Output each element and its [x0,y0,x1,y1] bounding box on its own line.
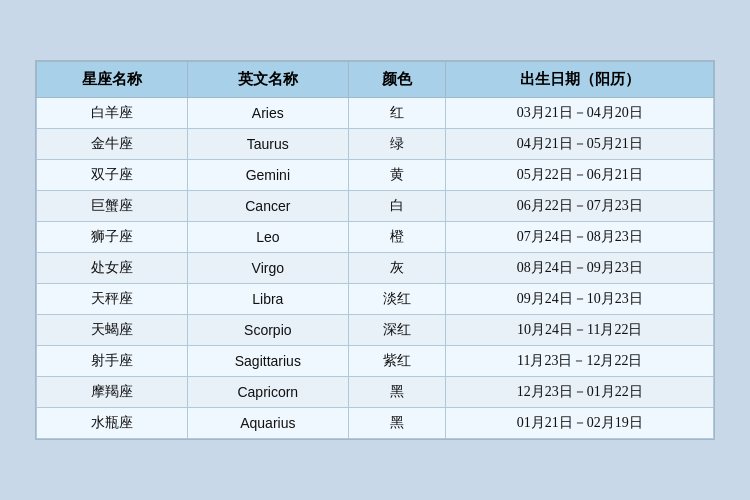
cell-english-name: Sagittarius [187,346,348,377]
cell-dates: 05月22日－06月21日 [446,160,714,191]
table-row: 金牛座Taurus绿04月21日－05月21日 [37,129,714,160]
table-row: 天秤座Libra淡红09月24日－10月23日 [37,284,714,315]
table-row: 双子座Gemini黄05月22日－06月21日 [37,160,714,191]
cell-color: 深红 [349,315,446,346]
cell-dates: 09月24日－10月23日 [446,284,714,315]
cell-english-name: Scorpio [187,315,348,346]
cell-dates: 12月23日－01月22日 [446,377,714,408]
cell-dates: 10月24日－11月22日 [446,315,714,346]
cell-chinese-name: 狮子座 [37,222,188,253]
cell-english-name: Aquarius [187,408,348,439]
header-chinese-name: 星座名称 [37,62,188,98]
cell-chinese-name: 巨蟹座 [37,191,188,222]
cell-color: 黑 [349,408,446,439]
cell-chinese-name: 处女座 [37,253,188,284]
cell-dates: 08月24日－09月23日 [446,253,714,284]
cell-chinese-name: 白羊座 [37,98,188,129]
cell-color: 紫红 [349,346,446,377]
cell-english-name: Leo [187,222,348,253]
cell-chinese-name: 天蝎座 [37,315,188,346]
table-row: 狮子座Leo橙07月24日－08月23日 [37,222,714,253]
cell-chinese-name: 天秤座 [37,284,188,315]
table-row: 射手座Sagittarius紫红11月23日－12月22日 [37,346,714,377]
cell-chinese-name: 金牛座 [37,129,188,160]
zodiac-table-container: 星座名称 英文名称 颜色 出生日期（阳历） 白羊座Aries红03月21日－04… [35,60,715,440]
cell-color: 绿 [349,129,446,160]
table-row: 水瓶座Aquarius黑01月21日－02月19日 [37,408,714,439]
cell-color: 淡红 [349,284,446,315]
cell-chinese-name: 摩羯座 [37,377,188,408]
table-row: 白羊座Aries红03月21日－04月20日 [37,98,714,129]
cell-english-name: Aries [187,98,348,129]
table-row: 巨蟹座Cancer白06月22日－07月23日 [37,191,714,222]
table-row: 天蝎座Scorpio深红10月24日－11月22日 [37,315,714,346]
table-row: 摩羯座Capricorn黑12月23日－01月22日 [37,377,714,408]
cell-color: 橙 [349,222,446,253]
cell-dates: 01月21日－02月19日 [446,408,714,439]
zodiac-table: 星座名称 英文名称 颜色 出生日期（阳历） 白羊座Aries红03月21日－04… [36,61,714,439]
header-color: 颜色 [349,62,446,98]
cell-dates: 04月21日－05月21日 [446,129,714,160]
cell-chinese-name: 水瓶座 [37,408,188,439]
cell-dates: 06月22日－07月23日 [446,191,714,222]
table-row: 处女座Virgo灰08月24日－09月23日 [37,253,714,284]
cell-english-name: Cancer [187,191,348,222]
cell-color: 白 [349,191,446,222]
cell-dates: 07月24日－08月23日 [446,222,714,253]
cell-color: 红 [349,98,446,129]
header-dates: 出生日期（阳历） [446,62,714,98]
cell-color: 黄 [349,160,446,191]
cell-english-name: Gemini [187,160,348,191]
cell-dates: 03月21日－04月20日 [446,98,714,129]
cell-dates: 11月23日－12月22日 [446,346,714,377]
cell-color: 灰 [349,253,446,284]
cell-english-name: Capricorn [187,377,348,408]
cell-chinese-name: 双子座 [37,160,188,191]
cell-english-name: Virgo [187,253,348,284]
cell-chinese-name: 射手座 [37,346,188,377]
table-header-row: 星座名称 英文名称 颜色 出生日期（阳历） [37,62,714,98]
cell-english-name: Libra [187,284,348,315]
cell-english-name: Taurus [187,129,348,160]
cell-color: 黑 [349,377,446,408]
header-english-name: 英文名称 [187,62,348,98]
